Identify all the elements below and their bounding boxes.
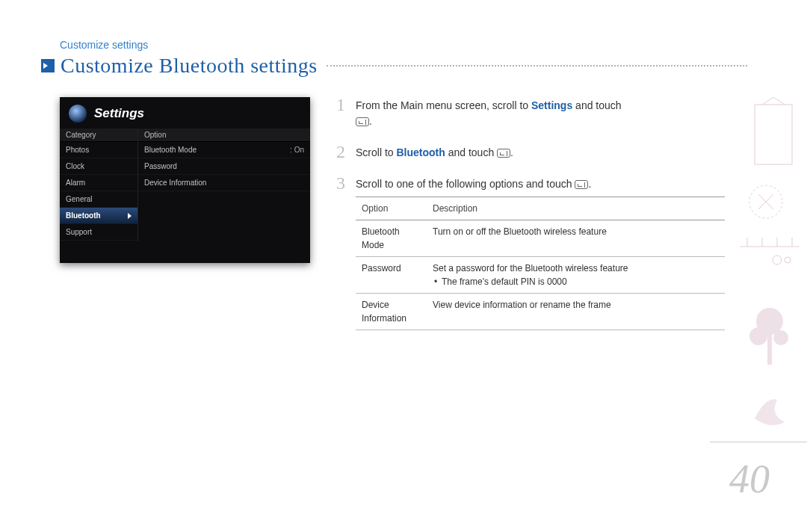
category-row: Bluetooth [60, 208, 137, 224]
step-text: Scroll to one of the following options a… [356, 178, 575, 190]
table-row: Device InformationView device informatio… [356, 294, 725, 330]
sidebar-illustration [725, 97, 807, 441]
step-text: and touch [572, 99, 621, 111]
step-number: 3 [336, 174, 356, 192]
option-row: Device Information [138, 175, 310, 191]
enter-icon [356, 117, 369, 126]
dotted-rule [327, 65, 747, 66]
option-value: : On [290, 146, 304, 154]
category-row: Clock [60, 158, 137, 175]
svg-point-7 [749, 327, 767, 345]
period: . [588, 178, 591, 190]
period: . [369, 115, 372, 127]
category-row: Photos [60, 142, 137, 158]
screenshot-title: Settings [94, 106, 144, 121]
cell-option-desc: Set a password for the Bluetooth wireles… [427, 257, 725, 294]
category-row: General [60, 191, 137, 208]
gear-icon [69, 105, 87, 123]
highlight-bluetooth: Bluetooth [396, 146, 445, 158]
page-title: Customize Bluetooth settings [61, 54, 318, 78]
cell-option-name: Device Information [356, 294, 427, 330]
option-label: Bluetooth Mode [144, 146, 290, 154]
option-row: Password [138, 158, 310, 175]
step-text: Scroll to [356, 146, 396, 158]
step-2: 2 Scroll to Bluetooth and touch . [336, 143, 725, 161]
svg-point-4 [773, 256, 782, 265]
options-table: Option Description Bluetooth ModeTurn on… [356, 197, 725, 330]
title-arrow-icon [41, 59, 55, 72]
option-label: Device Information [144, 179, 304, 187]
highlight-settings: Settings [531, 99, 572, 111]
cell-option-name: Bluetooth Mode [356, 220, 427, 257]
bullet-note: The frame's default PIN is 0000 [433, 275, 719, 288]
col-header-category: Category [60, 129, 137, 142]
table-row: PasswordSet a password for the Bluetooth… [356, 257, 725, 294]
th-option: Option [356, 197, 427, 220]
enter-icon [575, 180, 588, 189]
svg-rect-9 [767, 335, 772, 365]
option-label: Password [144, 162, 304, 170]
table-row: Bluetooth ModeTurn on or off the Bluetoo… [356, 220, 725, 257]
instruction-steps: 1 From the Main menu screen, scroll to S… [336, 96, 725, 344]
category-row: Alarm [60, 175, 137, 191]
th-description: Description [427, 197, 725, 220]
step-text: From the Main menu screen, scroll to [356, 99, 531, 111]
page-rule [710, 442, 807, 442]
cell-option-name: Password [356, 257, 427, 294]
cell-option-desc: Turn on or off the Bluetooth wireless fe… [427, 220, 725, 257]
step-1: 1 From the Main menu screen, scroll to S… [336, 96, 725, 129]
step-3: 3 Scroll to one of the following options… [336, 174, 725, 330]
category-row: Support [60, 224, 137, 241]
breadcrumb: Customize settings [60, 39, 148, 51]
period: . [510, 146, 513, 158]
option-row: Bluetooth Mode: On [138, 142, 310, 158]
title-bar: Customize Bluetooth settings [41, 54, 747, 78]
step-number: 1 [336, 96, 356, 114]
col-header-option: Option [138, 129, 310, 142]
cell-option-desc: View device information or rename the fr… [427, 294, 725, 330]
svg-point-8 [773, 330, 788, 345]
step-number: 2 [336, 143, 356, 161]
settings-screenshot: Settings Category PhotosClockAlarmGenera… [60, 97, 310, 263]
step-text: and touch [445, 146, 497, 158]
enter-icon [497, 149, 510, 158]
svg-rect-0 [755, 105, 792, 164]
svg-point-5 [785, 257, 791, 263]
page-number: 40 [729, 456, 770, 502]
